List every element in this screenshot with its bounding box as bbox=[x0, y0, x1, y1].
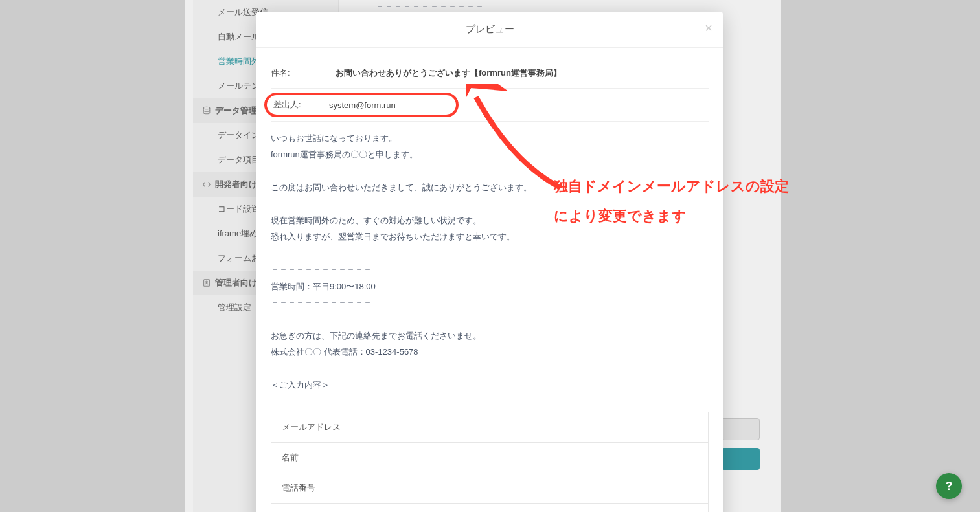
sender-highlight: 差出人: system@form.run bbox=[264, 93, 459, 117]
mail-line bbox=[271, 246, 709, 261]
table-row: メールアドレス bbox=[271, 412, 709, 443]
mail-line: 株式会社〇〇 代表電話：03-1234-5678 bbox=[271, 344, 709, 359]
sender-row: 差出人: system@form.run bbox=[271, 89, 709, 122]
mail-line: ＜ご入力内容＞ bbox=[271, 377, 709, 392]
mail-line: お急ぎの方は、下記の連絡先までお電話くださいませ。 bbox=[271, 328, 709, 343]
help-icon: ? bbox=[946, 480, 953, 493]
close-button[interactable]: × bbox=[705, 21, 712, 36]
mail-line: 恐れ入りますが、翌営業日までお待ちいただけますと幸いです。 bbox=[271, 229, 709, 244]
mail-line: 営業時間：平日9:00〜18:00 bbox=[271, 279, 709, 294]
mail-line: いつもお世話になっております。 bbox=[271, 131, 709, 146]
sender-label: 差出人: bbox=[271, 99, 329, 111]
mail-line: ＝＝＝＝＝＝＝＝＝＝＝＝ bbox=[271, 295, 709, 310]
field-phone: 電話番号 bbox=[271, 473, 709, 504]
subject-label: 件名: bbox=[271, 67, 336, 79]
input-fields-table: メールアドレス 名前 電話番号 お問い合わせ内容 bbox=[271, 412, 709, 512]
mail-line: この度はお問い合わせいただきまして、誠にありがとうございます。 bbox=[271, 180, 709, 195]
mail-line bbox=[271, 164, 709, 179]
close-icon: × bbox=[705, 21, 712, 35]
mail-line bbox=[271, 311, 709, 326]
mail-body-content: いつもお世話になっております。 formrun運営事務局の〇〇と申します。 この… bbox=[271, 122, 709, 403]
subject-value: お問い合わせありがとうございます【formrun運営事務局】 bbox=[336, 67, 562, 79]
sender-value: system@form.run bbox=[329, 100, 396, 110]
mail-line: 現在営業時間外のため、すぐの対応が難しい状況です。 bbox=[271, 213, 709, 228]
field-name: 名前 bbox=[271, 443, 709, 473]
help-button[interactable]: ? bbox=[936, 473, 962, 499]
mail-line: ＝＝＝＝＝＝＝＝＝＝＝＝ bbox=[271, 262, 709, 277]
modal-body: 件名: お問い合わせありがとうございます【formrun運営事務局】 差出人: … bbox=[256, 48, 723, 512]
preview-modal: プレビュー × 件名: お問い合わせありがとうございます【formrun運営事務… bbox=[256, 12, 723, 512]
modal-header: プレビュー × bbox=[256, 12, 723, 48]
mail-line bbox=[271, 197, 709, 212]
table-row: 名前 bbox=[271, 443, 709, 473]
mail-line: formrun運営事務局の〇〇と申します。 bbox=[271, 147, 709, 162]
mail-line bbox=[271, 361, 709, 375]
field-inquiry: お問い合わせ内容 bbox=[271, 504, 709, 512]
table-row: お問い合わせ内容 bbox=[271, 504, 709, 512]
subject-row: 件名: お問い合わせありがとうございます【formrun運営事務局】 bbox=[271, 58, 709, 89]
modal-title: プレビュー bbox=[466, 23, 514, 34]
field-email: メールアドレス bbox=[271, 412, 709, 443]
table-row: 電話番号 bbox=[271, 473, 709, 504]
